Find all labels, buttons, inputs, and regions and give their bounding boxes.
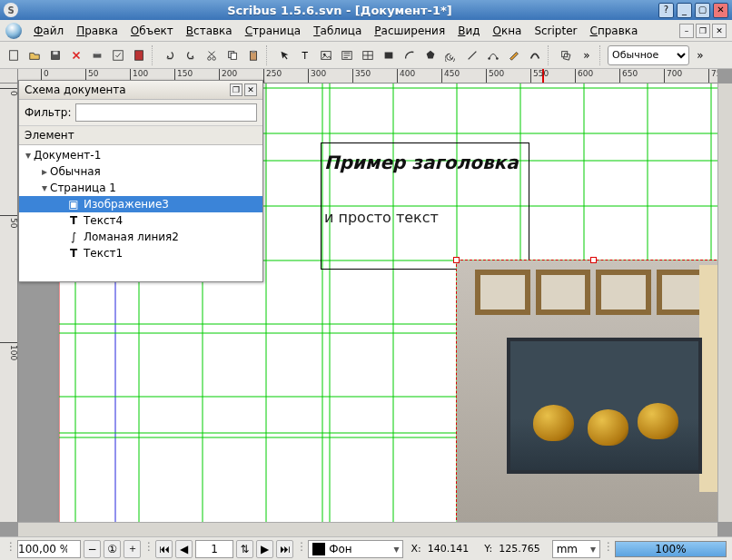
menu-help[interactable]: Справка (584, 22, 645, 40)
bezier-tool[interactable] (483, 45, 503, 65)
last-page-button[interactable]: ⏭ (276, 540, 293, 558)
resize-handle-nw[interactable] (453, 257, 460, 263)
render-frame-tool[interactable] (337, 45, 357, 65)
print-button[interactable] (87, 45, 107, 65)
menubar: Файл Правка Объект Вставка Страница Табл… (0, 20, 732, 42)
svg-point-7 (208, 56, 212, 60)
open-button[interactable] (25, 45, 45, 65)
copy-button[interactable] (223, 45, 242, 65)
menu-object[interactable]: Объект (124, 22, 180, 40)
maximize-button[interactable]: ▢ (695, 3, 710, 18)
mdi-close-button[interactable]: ✕ (712, 24, 727, 38)
menu-table[interactable]: Таблица (307, 22, 368, 40)
menu-insert[interactable]: Вставка (180, 22, 239, 40)
preflight-button[interactable] (108, 45, 128, 65)
zoom-out-button[interactable]: − (84, 540, 101, 558)
panel-close-button[interactable]: ✕ (244, 84, 257, 96)
tree-item-document[interactable]: ▾Документ-1 (19, 147, 262, 163)
next-page-button[interactable]: ▶ (256, 540, 273, 558)
page-input[interactable] (195, 540, 233, 558)
freehand-tool[interactable] (504, 45, 524, 65)
window-titlebar: S Scribus 1.5.6.svn - [Документ-1*] ? _ … (0, 0, 732, 20)
page-spinner[interactable]: ⇅ (236, 540, 253, 558)
layer-combo[interactable]: Фон (308, 540, 403, 558)
panel-title: Схема документа (25, 84, 228, 96)
arc-tool[interactable] (400, 45, 420, 65)
panel-titlebar[interactable]: Схема документа ❐ ✕ (19, 81, 262, 100)
text-icon: T (66, 247, 81, 260)
close-doc-button[interactable] (66, 45, 86, 65)
menu-file[interactable]: Файл (27, 22, 70, 40)
resize-handle-n[interactable] (590, 257, 597, 263)
svg-rect-3 (94, 54, 102, 57)
menu-windows[interactable]: Окна (486, 22, 528, 40)
main-toolbar: T » Обычное » (0, 42, 732, 69)
calligraphy-tool[interactable] (525, 45, 545, 65)
tree-item-text4[interactable]: TТекст4 (19, 212, 262, 229)
mdi-minimize-button[interactable]: – (679, 24, 694, 38)
svg-rect-2 (53, 51, 57, 54)
tree-item-polyline2[interactable]: ∫Ломаная линия2 (19, 229, 262, 245)
view-mode-combo[interactable]: Обычное (608, 45, 689, 65)
x-value: 140.141 (426, 543, 471, 555)
grip-icon: ⋮⋮ (143, 540, 153, 558)
svg-text:T: T (302, 49, 309, 60)
save-button[interactable] (45, 45, 65, 65)
menu-edit[interactable]: Правка (70, 22, 124, 40)
statusbar: ⋮⋮ − ① ＋ ⋮⋮ ⏮ ◀ ⇅ ▶ ⏭ ⋮⋮ Фон X: 140.141 … (0, 536, 732, 560)
select-tool[interactable] (274, 45, 294, 65)
mdi-restore-button[interactable]: ❐ (696, 24, 710, 38)
filter-input[interactable] (75, 103, 257, 122)
table-tool[interactable] (358, 45, 378, 65)
image-frame-tool[interactable] (316, 45, 336, 65)
prev-page-button[interactable]: ◀ (175, 540, 193, 558)
rotate-tool[interactable] (556, 45, 576, 65)
outline-tree[interactable]: ▾Документ-1 ▸Обычная ▾Страница 1 ▣Изобра… (19, 145, 262, 281)
menu-scripter[interactable]: Scripter (528, 22, 583, 40)
close-button[interactable]: ✕ (713, 3, 728, 18)
unit-combo[interactable]: mm (552, 540, 600, 558)
vertical-scrollbar[interactable] (717, 84, 732, 522)
zoom-reset-button[interactable]: ① (104, 540, 121, 558)
grip-icon: ⋮⋮ (603, 540, 612, 558)
export-pdf-button[interactable] (129, 45, 149, 65)
zoom-input[interactable] (17, 540, 81, 558)
paste-button[interactable] (243, 45, 263, 65)
svg-rect-18 (385, 52, 393, 58)
progress-bar: 100% (615, 541, 727, 557)
line-tool[interactable] (462, 45, 482, 65)
cut-button[interactable] (202, 45, 222, 65)
text-icon: T (66, 214, 81, 227)
tree-item-master[interactable]: ▸Обычная (19, 163, 262, 180)
text-frame-tool[interactable]: T (295, 45, 315, 65)
toolbar-overflow-button[interactable]: » (690, 45, 710, 65)
new-doc-button[interactable] (4, 45, 24, 65)
zoom-in-button[interactable]: ＋ (124, 540, 141, 558)
svg-rect-6 (135, 50, 143, 60)
vertical-ruler[interactable]: 050100 (0, 84, 18, 522)
help-button[interactable]: ? (658, 3, 674, 18)
window-title: Scribus 1.5.6.svn - [Документ-1*] (24, 4, 656, 17)
redo-button[interactable] (181, 45, 201, 65)
heading-text[interactable]: Пример заголовка (324, 152, 519, 173)
more-tools-button[interactable]: » (577, 45, 597, 65)
tree-item-image3[interactable]: ▣Изображение3 (19, 196, 262, 212)
body-text[interactable]: и просто текст (324, 209, 439, 226)
tree-item-page[interactable]: ▾Страница 1 (19, 180, 262, 196)
menu-plugins[interactable]: Расширения (368, 22, 451, 40)
minimize-button[interactable]: _ (677, 3, 692, 18)
tree-item-text1[interactable]: TТекст1 (19, 245, 262, 261)
column-header[interactable]: Элемент (19, 126, 262, 145)
panel-float-button[interactable]: ❐ (230, 84, 242, 96)
filter-label: Фильтр: (25, 106, 72, 119)
horizontal-scrollbar[interactable] (18, 522, 717, 536)
menu-view[interactable]: Вид (451, 22, 486, 40)
ruler-corner (0, 69, 18, 84)
shape-tool[interactable] (379, 45, 399, 65)
undo-button[interactable] (160, 45, 180, 65)
outline-panel[interactable]: Схема документа ❐ ✕ Фильтр: Элемент ▾Док… (18, 80, 263, 282)
spiral-tool[interactable] (441, 45, 461, 65)
first-page-button[interactable]: ⏮ (155, 540, 173, 558)
polygon-tool[interactable] (420, 45, 440, 65)
menu-page[interactable]: Страница (239, 22, 308, 40)
